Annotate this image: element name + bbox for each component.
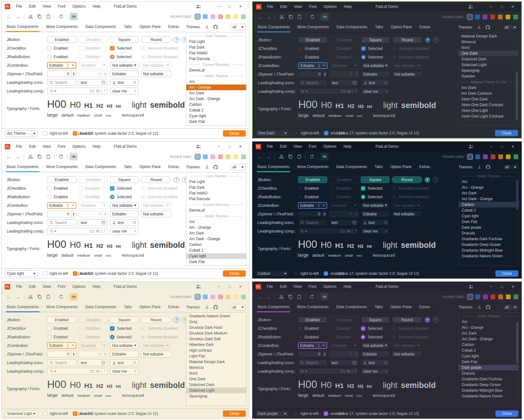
close-button[interactable]: Close (495, 270, 518, 277)
back-button[interactable]: ← (256, 153, 264, 160)
copy-icon[interactable] (35, 13, 43, 20)
inspect-eye-toggle[interactable] (70, 293, 78, 301)
spinner-up-icon[interactable] (73, 213, 75, 214)
inspect-eye-toggle[interactable] (321, 153, 328, 160)
tab-more-components[interactable]: More Components (297, 165, 329, 172)
help-icon[interactable]: ? (425, 37, 431, 43)
chevron-down-icon[interactable] (385, 345, 387, 346)
tab-extras[interactable]: Extras (168, 24, 179, 32)
square-button[interactable]: Square (110, 36, 139, 43)
spinner-up-icon[interactable] (324, 353, 326, 354)
theme-list-item[interactable]: Dark Flat (186, 119, 246, 125)
theme-list-item[interactable]: Flat Darcula (186, 196, 246, 202)
theme-list-item[interactable]: Gradianto Deep Ocean (459, 242, 519, 247)
menu-view[interactable]: View (43, 4, 51, 9)
back-button[interactable]: ← (5, 13, 13, 20)
combobox-editable[interactable] (298, 342, 327, 349)
theme-list-item[interactable]: Flat Light (186, 39, 246, 44)
chevron-down-icon[interactable] (72, 64, 74, 66)
cut-icon[interactable] (26, 153, 34, 160)
user-input[interactable] (118, 80, 131, 85)
search-comp-field[interactable]: Cc W .* (298, 228, 359, 234)
theme-list-item[interactable]: DemoLaf (186, 207, 246, 213)
theme-list-item[interactable]: Arc (459, 179, 519, 185)
search-field[interactable] (298, 79, 328, 86)
forward-button[interactable]: → (265, 13, 273, 21)
date-input[interactable] (332, 361, 351, 365)
regex-toggle[interactable]: .* (354, 89, 357, 94)
enabled-button[interactable]: Enabled (47, 176, 76, 183)
spinner-input[interactable] (47, 211, 71, 217)
combobox-not-editable[interactable]: Not editable (110, 342, 139, 349)
spinner[interactable] (47, 211, 76, 217)
enabled-button[interactable]: Enabled (47, 36, 76, 43)
copy-icon[interactable] (286, 293, 294, 301)
menu-edit[interactable]: Edit (280, 4, 287, 9)
clear-icon[interactable]: × (134, 229, 136, 234)
calendar-icon[interactable] (352, 220, 356, 225)
regex-toggle[interactable]: .* (354, 229, 356, 234)
theme-list-item[interactable]: DemoLaf (186, 67, 246, 73)
theme-list-item[interactable]: Gradianto Nature Green (186, 313, 246, 319)
date-input[interactable] (332, 81, 351, 85)
menu-file[interactable]: File (16, 4, 22, 9)
tab-option-pane[interactable]: Option Pane (390, 305, 412, 312)
maximize-button[interactable]: □ (497, 282, 507, 291)
combobox-editable-input[interactable] (49, 63, 66, 68)
menu-font[interactable]: Font (309, 144, 316, 149)
tab-extras[interactable]: Extras (419, 305, 430, 312)
tab-basic-components[interactable]: Basic Components (258, 305, 290, 312)
radio-enabled[interactable]: Enabled (298, 335, 327, 339)
accent-swatch[interactable] (475, 295, 480, 299)
square-button[interactable]: Square (361, 316, 390, 323)
radio-selected[interactable]: Selected (110, 55, 139, 59)
menu-help[interactable]: Help (344, 4, 352, 9)
right-to-left-checkbox[interactable]: right-to-left (294, 411, 319, 416)
spinner[interactable] (47, 351, 76, 357)
whole-word-toggle[interactable]: W (347, 229, 350, 234)
right-to-left-checkbox[interactable]: right-to-left (294, 271, 319, 276)
tab-more-components[interactable]: More Components (297, 305, 329, 312)
match-case-toggle[interactable]: Cc (341, 229, 345, 234)
menu-file[interactable]: File (16, 144, 22, 149)
regex-toggle[interactable]: .* (103, 229, 106, 234)
close-window-button[interactable]: ✕ (507, 142, 518, 151)
menu-options[interactable]: Options (72, 284, 86, 289)
github-icon[interactable] (486, 165, 491, 170)
download-icon[interactable] (205, 25, 209, 29)
theme-list-item[interactable]: Spacegray (186, 393, 246, 399)
chevron-down-icon[interactable] (134, 345, 136, 346)
spinner-up-icon[interactable] (73, 353, 75, 354)
inspect-eye-toggle[interactable] (70, 13, 78, 20)
accent-swatch[interactable] (241, 14, 246, 19)
search-input[interactable] (55, 80, 74, 85)
checkbox-selected[interactable]: Selected (110, 46, 139, 51)
accent-swatch-selected[interactable] (195, 14, 200, 19)
cut-icon[interactable] (278, 13, 286, 21)
calendar-icon[interactable] (101, 220, 106, 225)
theme-list-item[interactable]: Carbon (186, 242, 246, 247)
theme-list[interactable]: Core ThemesFlat LightFlat DarkFlat Intel… (186, 32, 246, 125)
checkbox-selected[interactable]: Selected (110, 186, 139, 191)
theme-list-item[interactable]: Carbon (186, 102, 246, 107)
calendar-icon[interactable] (353, 81, 357, 85)
spinner-input[interactable] (47, 351, 71, 357)
cut-icon[interactable] (277, 293, 285, 301)
textfield-editable-input[interactable] (363, 72, 388, 77)
search-dropdown-icon[interactable] (300, 229, 307, 233)
radio-enabled[interactable]: Enabled (298, 55, 328, 59)
refresh-icon[interactable] (308, 153, 316, 160)
accent-swatch[interactable] (483, 295, 488, 299)
textfield-editable[interactable] (110, 71, 139, 77)
theme-list-item[interactable]: Nord (186, 370, 246, 376)
tab-option-pane[interactable]: Option Pane (140, 305, 161, 312)
square-button[interactable]: Square (361, 37, 390, 43)
chevron-down-icon[interactable] (241, 307, 244, 308)
theme-list-item[interactable]: Cobalt 2 (186, 247, 246, 253)
chevron-down-icon[interactable] (33, 413, 36, 415)
date-field[interactable] (79, 219, 108, 226)
checkbox-enabled[interactable]: Enabled (298, 326, 327, 331)
chevron-down-icon[interactable] (284, 132, 287, 134)
accent-swatch-selected[interactable] (195, 154, 200, 159)
back-button[interactable]: ← (256, 293, 264, 301)
